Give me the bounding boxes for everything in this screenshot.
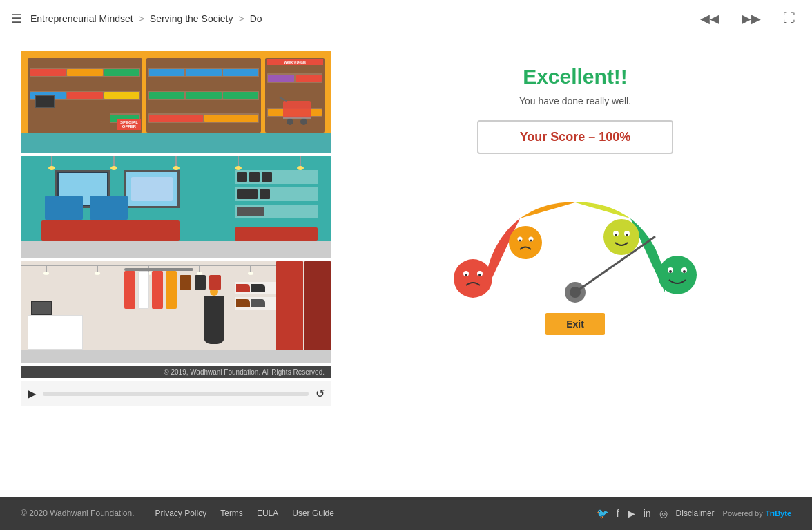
score-box: Your Score – 100% — [477, 120, 674, 154]
excellent-label: Excellent!! — [523, 65, 628, 88]
twitter-icon[interactable]: 🐦 — [597, 508, 608, 519]
svg-point-25 — [669, 270, 672, 273]
linkedin-icon[interactable]: in — [644, 508, 651, 519]
svg-point-15 — [519, 240, 521, 242]
footer: © 2020 Wadhwani Foundation. Privacy Poli… — [0, 497, 812, 530]
progress-track[interactable] — [43, 392, 309, 396]
copyright-bar: © 2019, Wadhwani Foundation. All Rights … — [21, 366, 331, 378]
eula-link[interactable]: EULA — [257, 509, 278, 518]
footer-copyright: © 2020 Wadhwani Foundation. — [21, 509, 135, 518]
svg-line-1 — [280, 97, 287, 101]
svg-point-2 — [287, 118, 293, 125]
instagram-icon[interactable]: ◎ — [659, 508, 668, 519]
store-images-panel: Weekly Deals SPECIALOFFER — [21, 51, 331, 406]
grocery-store-image: Weekly Deals SPECIALOFFER — [21, 51, 331, 153]
menu-icon[interactable]: ☰ — [11, 11, 22, 26]
breadcrumb-do: Do — [250, 13, 262, 24]
svg-point-26 — [683, 270, 686, 273]
svg-point-20 — [615, 234, 617, 236]
svg-point-12 — [509, 226, 542, 259]
svg-point-11 — [478, 274, 481, 276]
main-content: Weekly Deals SPECIALOFFER — [0, 37, 812, 497]
breadcrumb-entrepreneurial[interactable]: Entrepreneurial Mindset — [30, 13, 133, 24]
separator-2: > — [238, 13, 244, 24]
video-controls: ▶ ↺ — [21, 381, 331, 406]
footer-links: Privacy Policy Terms EULA User Guide — [155, 509, 334, 518]
svg-point-7 — [454, 259, 492, 298]
forward-button[interactable]: ▶▶ — [736, 8, 766, 29]
fullscreen-button[interactable]: ⛶ — [777, 8, 801, 28]
svg-point-6 — [570, 287, 581, 298]
terms-link[interactable]: Terms — [220, 509, 243, 518]
gauge-chart — [451, 168, 699, 320]
copyright-text: © 2019, Wadhwani Foundation. All Rights … — [164, 368, 325, 376]
refresh-button[interactable]: ↺ — [316, 387, 325, 400]
electronics-store-image — [21, 156, 331, 258]
breadcrumb: ☰ Entrepreneurial Mindset > Serving the … — [11, 11, 262, 26]
gauge-svg — [451, 168, 699, 320]
score-text: Your Score – 100% — [520, 130, 631, 144]
score-panel: Excellent!! You have done really well. Y… — [359, 51, 791, 335]
disclaimer-link[interactable]: Disclaimer — [676, 509, 715, 518]
footer-social: 🐦 f ▶ in ◎ Disclaimer Powered by TriByte — [597, 508, 791, 519]
youtube-icon[interactable]: ▶ — [628, 508, 635, 519]
powered-by: Powered by TriByte — [723, 509, 791, 518]
svg-point-22 — [658, 256, 697, 294]
svg-point-21 — [626, 234, 628, 236]
content-area: Weekly Deals SPECIALOFFER — [0, 37, 812, 497]
svg-point-10 — [465, 274, 467, 276]
clothing-store-image — [21, 261, 331, 363]
back-button[interactable]: ◀◀ — [695, 8, 725, 29]
separator-1: > — [139, 13, 144, 24]
play-button[interactable]: ▶ — [28, 387, 36, 400]
svg-rect-0 — [283, 101, 311, 118]
top-navigation: ☰ Entrepreneurial Mindset > Serving the … — [0, 0, 812, 37]
privacy-policy-link[interactable]: Privacy Policy — [155, 509, 207, 518]
well-done-label: You have done really well. — [519, 95, 631, 106]
shopping-cart — [276, 94, 318, 131]
svg-point-17 — [603, 219, 639, 255]
svg-point-3 — [300, 118, 307, 125]
special-offer-sign: SPECIALOFFER — [117, 119, 141, 130]
nav-controls: ◀◀ ▶▶ ⛶ — [695, 8, 801, 29]
breadcrumb-serving[interactable]: Serving the Society — [150, 13, 233, 24]
user-guide-link[interactable]: User Guide — [292, 509, 334, 518]
tribyte-label: TriByte — [766, 509, 791, 518]
svg-point-16 — [530, 240, 532, 242]
facebook-icon[interactable]: f — [617, 508, 619, 519]
